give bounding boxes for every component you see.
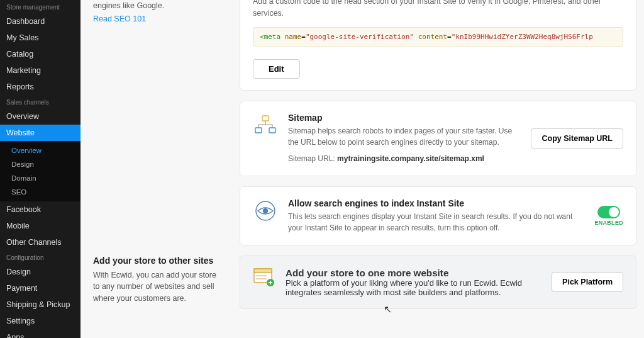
sitemap-url-value: mytrainingsite.company.site/sitemap.xml (337, 154, 484, 163)
sidebar-item-cfg-apps[interactable]: Apps (0, 329, 80, 338)
sidebar-sub-domain[interactable]: Domain (0, 171, 80, 185)
svg-rect-2 (269, 128, 275, 133)
svg-rect-0 (262, 116, 269, 121)
sitemap-card: Sitemap Sitemap helps search robots to i… (240, 101, 636, 176)
other-sites-left: Add your store to other sites With Ecwid… (88, 256, 230, 307)
sidebar-item-dashboard[interactable]: Dashboard (0, 13, 80, 30)
indexing-title: Allow search engines to index Instant Si… (288, 198, 584, 208)
sidebar-sub-overview[interactable]: Overview (0, 144, 80, 157)
sidebar-item-marketing[interactable]: Marketing (0, 62, 80, 79)
sidebar-item-overview[interactable]: Overview (0, 108, 80, 125)
indexing-desc: This lets search engines display your In… (288, 211, 584, 234)
other-sites-desc: With Ecwid, you can add your store to an… (93, 269, 217, 305)
sidebar-item-reports[interactable]: Reports (0, 79, 80, 95)
svg-rect-6 (254, 269, 272, 273)
sidebar-sublist: Overview Design Domain SEO (0, 141, 80, 201)
indexing-card: Allow search engines to index Instant Si… (240, 186, 636, 245)
intro-fragment: engines like Google. (93, 0, 217, 12)
main: engines like Google. Read SEO 101 Header… (80, 0, 644, 338)
meta-code-box: <meta name="google-site-verification" co… (253, 27, 623, 47)
sitemap-icon (253, 113, 278, 138)
svg-rect-1 (255, 128, 262, 133)
sidebar-item-cfg-payment[interactable]: Payment (0, 280, 80, 296)
sidebar: Store management Dashboard My Sales Cata… (0, 0, 80, 338)
intro-column: engines like Google. Read SEO 101 (88, 0, 230, 91)
sidebar-item-my-sales[interactable]: My Sales (0, 30, 80, 46)
sitemap-desc: Sitemap helps search robots to index pag… (288, 125, 521, 148)
window-plus-icon (253, 268, 275, 290)
sidebar-item-catalog[interactable]: Catalog (0, 46, 80, 62)
eye-icon (253, 198, 278, 223)
header-meta-desc: Add a custom code to the head section of… (253, 0, 623, 20)
indexing-toggle[interactable] (597, 206, 620, 218)
pick-card-title: Add your store to one more website (286, 268, 541, 278)
sidebar-header-channels: Sales channels (0, 95, 80, 108)
read-seo-link[interactable]: Read SEO 101 (93, 14, 146, 23)
sidebar-item-cfg-design[interactable]: Design (0, 264, 80, 280)
sidebar-item-mobile[interactable]: Mobile (0, 218, 80, 234)
sidebar-sub-seo[interactable]: SEO (0, 185, 80, 199)
sitemap-url-label: Sitemap URL: (288, 154, 335, 163)
pick-card-desc: Pick a platform of your liking where you… (286, 278, 541, 297)
sidebar-item-facebook[interactable]: Facebook (0, 201, 80, 218)
sitemap-title: Sitemap (288, 113, 521, 123)
copy-sitemap-button[interactable]: Copy Sitemap URL (531, 128, 623, 149)
sidebar-sub-design[interactable]: Design (0, 157, 80, 171)
edit-button[interactable]: Edit (253, 59, 300, 79)
other-sites-title: Add your store to other sites (93, 256, 217, 266)
header-meta-card: Header meta tags and site verification A… (240, 0, 636, 91)
sidebar-item-cfg-settings[interactable]: Settings (0, 313, 80, 329)
pick-platform-button[interactable]: Pick Platform (552, 272, 623, 292)
sidebar-item-cfg-shipping[interactable]: Shipping & Pickup (0, 296, 80, 313)
pick-platform-card: Add your store to one more website Pick … (240, 256, 636, 309)
indexing-toggle-label: ENABLED (594, 220, 623, 226)
sidebar-item-other-channels[interactable]: Other Channels (0, 234, 80, 251)
sidebar-item-website[interactable]: Website (0, 125, 80, 141)
sidebar-header-store: Store management (0, 0, 80, 13)
svg-point-4 (263, 208, 268, 213)
sidebar-header-config: Configuration (0, 251, 80, 264)
